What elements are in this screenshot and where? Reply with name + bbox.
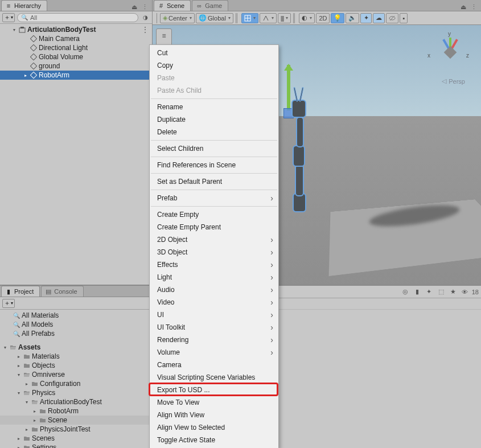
tab-console[interactable]: ▤ Console <box>41 286 83 297</box>
menu-item[interactable]: Set as Default Parent <box>150 175 278 188</box>
panel-menu-icon[interactable]: ⋮ <box>140 3 150 11</box>
fx-toggle[interactable]: ✦ <box>360 13 372 23</box>
camera-button[interactable]: ▪ <box>400 13 408 23</box>
folder-open-icon <box>9 343 17 351</box>
menu-item[interactable]: 2D Object <box>150 233 278 246</box>
menu-item[interactable]: Delete <box>150 126 278 138</box>
hierarchy-item[interactable]: ▸RobotArm <box>0 71 152 80</box>
skybox-toggle[interactable]: ☁ <box>373 13 385 23</box>
project-item[interactable]: ▸Settings <box>0 443 152 448</box>
project-item-label: Scenes <box>32 434 55 442</box>
menu-item[interactable]: Effects <box>150 258 278 271</box>
light-toggle[interactable]: 💡 <box>331 13 344 23</box>
gameobject-icon <box>30 62 38 70</box>
hierarchy-item[interactable]: Main Camera <box>0 34 152 43</box>
search-icon: 🔍 <box>13 330 20 338</box>
hidden-toggle[interactable] <box>386 13 398 23</box>
handle-label: Global <box>208 15 226 22</box>
search-by-label-icon[interactable]: ▮ <box>412 287 422 297</box>
project-item[interactable]: ▾Physics <box>0 388 152 397</box>
menu-item[interactable]: Select Children <box>150 142 278 155</box>
menu-item[interactable]: Light <box>150 271 278 283</box>
menu-item[interactable]: Cut <box>150 47 278 59</box>
svg-rect-6 <box>30 72 36 78</box>
menu-item[interactable]: Visual Scripting Scene Variables <box>150 371 278 384</box>
handle-button[interactable]: 🌐Global <box>196 13 233 23</box>
hierarchy-item[interactable]: Directional Light <box>0 43 152 52</box>
panel-menu-icon[interactable]: ⋮ <box>469 3 479 11</box>
game-icon: ∞ <box>196 2 203 9</box>
save-search-icon[interactable]: ⬚ <box>436 287 446 297</box>
add-button[interactable]: ＋▾ <box>2 13 15 22</box>
menu-item[interactable]: Export To USD ... <box>150 384 278 396</box>
favorite-label: All Prefabs <box>22 330 55 338</box>
search-icon: 🔍 <box>21 14 28 20</box>
shading-button[interactable]: ◐ <box>299 13 315 23</box>
hierarchy-filter-icon[interactable]: ◑ <box>141 13 150 22</box>
menu-item[interactable]: Video <box>150 296 278 309</box>
robotarm-mesh[interactable] <box>283 85 318 216</box>
context-menu[interactable]: CutCopyPastePaste As ChildRenameDuplicat… <box>149 44 279 448</box>
scene-icon: # <box>158 2 165 9</box>
favorite-item[interactable]: 🔍All Models <box>0 320 152 329</box>
project-add-button[interactable]: ＋▾ <box>2 299 15 308</box>
search-by-type-icon[interactable]: ◎ <box>400 287 410 297</box>
scene-menu-icon[interactable]: ⋮ <box>142 26 152 34</box>
menu-item[interactable]: Volume <box>150 346 278 359</box>
project-item[interactable]: ▸Materials <box>0 352 152 361</box>
project-item[interactable]: ▸RobotArm <box>0 406 152 416</box>
menu-item[interactable]: Find References in Scene <box>150 159 278 171</box>
axis-x-label: x <box>427 52 430 59</box>
project-item-label: Materials <box>32 352 60 360</box>
menu-item[interactable]: Rename <box>150 101 278 113</box>
menu-item[interactable]: Copy <box>150 59 278 72</box>
tab-scene[interactable]: # Scene <box>154 0 191 11</box>
project-item[interactable]: ▸Scenes <box>0 434 152 443</box>
snap-button[interactable] <box>260 13 277 23</box>
menu-item[interactable]: Audio <box>150 283 278 296</box>
favorite-icon[interactable]: ★ <box>448 287 458 297</box>
menu-item[interactable]: Create Empty Parent <box>150 221 278 233</box>
hidden-icon[interactable]: 👁 <box>460 287 470 297</box>
project-item[interactable]: ▸PhysicsJointTest <box>0 425 152 434</box>
menu-item[interactable]: Camera <box>150 359 278 371</box>
assets-root[interactable]: ▾Assets <box>0 343 152 352</box>
pivot-button[interactable]: ◈Center <box>160 13 195 23</box>
project-item[interactable]: ▸Configuration <box>0 379 152 388</box>
hierarchy-search[interactable]: 🔍 All <box>17 13 138 22</box>
project-item[interactable]: ▾Omniverse <box>0 370 152 379</box>
favorite-item[interactable]: 🔍All Prefabs <box>0 329 152 338</box>
scene-row[interactable]: ▾ArticulationBodyTest⋮ <box>0 25 152 34</box>
menu-item[interactable]: Rendering <box>150 334 278 346</box>
hierarchy-item[interactable]: ground <box>0 61 152 71</box>
persp-label[interactable]: ◁Persp <box>442 77 465 85</box>
grid-button[interactable] <box>241 13 258 23</box>
menu-item[interactable]: Move To View <box>150 396 278 409</box>
menu-item[interactable]: 3D Object <box>150 246 278 258</box>
2d-button[interactable]: 2D <box>316 13 330 23</box>
pivot-label: Center <box>168 15 187 22</box>
panel-lock-icon[interactable]: ⏏ <box>459 3 468 11</box>
tag-icon[interactable]: ✦ <box>424 287 434 297</box>
menu-item[interactable]: Align View to Selected <box>150 421 278 434</box>
increment-button[interactable]: ||| <box>278 13 291 23</box>
project-item[interactable]: ▸Objects <box>0 361 152 370</box>
menu-item[interactable]: UI Toolkit <box>150 321 278 334</box>
menu-item[interactable]: Align With View <box>150 409 278 421</box>
menu-item[interactable]: Toggle Active State <box>150 434 278 446</box>
orientation-gizmo[interactable]: y x z <box>430 32 471 73</box>
project-item[interactable]: ▸Scene <box>0 416 152 425</box>
tab-project[interactable]: ▮ Project <box>1 286 40 297</box>
menu-item[interactable]: Duplicate <box>150 113 278 126</box>
hierarchy-item[interactable]: Global Volume <box>0 52 152 61</box>
favorite-item[interactable]: 🔍All Materials <box>0 311 152 320</box>
audio-toggle[interactable]: 🔈 <box>346 13 359 23</box>
tab-game[interactable]: ∞ Game <box>192 0 228 11</box>
tab-hierarchy[interactable]: ≡ Hierarchy <box>1 0 47 11</box>
menu-item[interactable]: Prefab <box>150 192 278 204</box>
project-item[interactable]: ▾ArticulationBodyTest <box>0 397 152 406</box>
panel-lock-icon[interactable]: ⏏ <box>130 3 139 11</box>
hierarchy-item-label: Directional Light <box>39 44 88 52</box>
menu-item[interactable]: Create Empty <box>150 208 278 221</box>
menu-item[interactable]: UI <box>150 309 278 321</box>
